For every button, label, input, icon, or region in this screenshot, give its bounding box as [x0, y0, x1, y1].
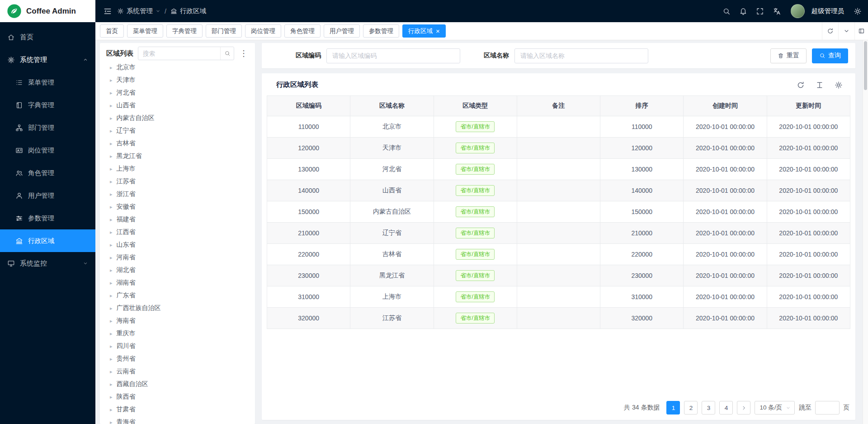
caret-right-icon[interactable]: ▸: [110, 407, 113, 413]
tree-item-浙江省[interactable]: ▸浙江省: [106, 188, 249, 200]
caret-right-icon[interactable]: ▸: [110, 166, 113, 172]
tree-more-button[interactable]: ⋮: [239, 49, 249, 57]
caret-right-icon[interactable]: ▸: [110, 128, 113, 134]
caret-right-icon[interactable]: ▸: [110, 103, 113, 109]
caret-right-icon[interactable]: ▸: [110, 179, 113, 185]
caret-right-icon[interactable]: ▸: [110, 356, 113, 362]
tree-item-陕西省[interactable]: ▸陕西省: [106, 391, 249, 403]
tab-岗位管理[interactable]: 岗位管理: [245, 24, 281, 38]
tree-item-广西壮族自治区[interactable]: ▸广西壮族自治区: [106, 302, 249, 314]
table-settings-button[interactable]: [835, 81, 843, 89]
tree-item-河南省[interactable]: ▸河南省: [106, 251, 249, 264]
tab-菜单管理[interactable]: 菜单管理: [127, 24, 163, 38]
tab-部门管理[interactable]: 部门管理: [206, 24, 242, 38]
tree-item-海南省[interactable]: ▸海南省: [106, 314, 249, 327]
region-name-input[interactable]: [514, 48, 648, 63]
tree-item-河北省[interactable]: ▸河北省: [106, 86, 249, 99]
caret-right-icon[interactable]: ▸: [110, 242, 113, 248]
caret-right-icon[interactable]: ▸: [110, 369, 113, 375]
caret-right-icon[interactable]: ▸: [110, 419, 113, 424]
avatar[interactable]: [791, 4, 805, 18]
caret-right-icon[interactable]: ▸: [110, 293, 113, 299]
sidebar-item-菜单管理[interactable]: 菜单管理: [0, 71, 95, 94]
sidebar-item-system[interactable]: 系统管理: [0, 48, 95, 71]
table-refresh-button[interactable]: [797, 81, 805, 89]
sidebar-item-参数管理[interactable]: 参数管理: [0, 207, 95, 229]
caret-right-icon[interactable]: ▸: [110, 229, 113, 235]
caret-right-icon[interactable]: ▸: [110, 65, 113, 71]
translate-button[interactable]: [770, 5, 783, 18]
tree-item-云南省[interactable]: ▸云南省: [106, 365, 249, 378]
tree-search-button[interactable]: [220, 47, 234, 60]
sidebar-item-用户管理[interactable]: 用户管理: [0, 184, 95, 207]
user-name[interactable]: 超级管理员: [811, 7, 844, 15]
fullscreen-button[interactable]: [753, 5, 767, 18]
tree-item-内蒙古自治区[interactable]: ▸内蒙古自治区: [106, 112, 249, 124]
caret-right-icon[interactable]: ▸: [110, 77, 113, 83]
page-button-2[interactable]: 2: [684, 401, 698, 414]
tree-item-江西省[interactable]: ▸江西省: [106, 226, 249, 238]
caret-right-icon[interactable]: ▸: [110, 255, 113, 261]
caret-right-icon[interactable]: ▸: [110, 90, 113, 96]
tree-item-天津市[interactable]: ▸天津市: [106, 74, 249, 86]
table-density-button[interactable]: [816, 81, 824, 89]
caret-right-icon[interactable]: ▸: [110, 191, 113, 197]
tree-item-广东省[interactable]: ▸广东省: [106, 289, 249, 302]
caret-right-icon[interactable]: ▸: [110, 115, 113, 121]
caret-right-icon[interactable]: ▸: [110, 394, 113, 400]
tab-options-button[interactable]: [838, 22, 854, 40]
close-icon[interactable]: ×: [436, 28, 440, 34]
tree-item-湖北省[interactable]: ▸湖北省: [106, 264, 249, 276]
caret-right-icon[interactable]: ▸: [110, 318, 113, 324]
caret-right-icon[interactable]: ▸: [110, 153, 113, 159]
tree-item-上海市[interactable]: ▸上海市: [106, 162, 249, 175]
caret-right-icon[interactable]: ▸: [110, 267, 113, 273]
page-button-1[interactable]: 1: [666, 401, 680, 414]
tree-item-江苏省[interactable]: ▸江苏省: [106, 175, 249, 188]
tab-角色管理[interactable]: 角色管理: [284, 24, 321, 38]
tab-参数管理[interactable]: 参数管理: [363, 24, 399, 38]
tree-item-山西省[interactable]: ▸山西省: [106, 99, 249, 112]
sidebar-item-行政区域[interactable]: 行政区域: [0, 229, 95, 252]
tree-item-辽宁省[interactable]: ▸辽宁省: [106, 124, 249, 137]
tree-item-湖南省[interactable]: ▸湖南省: [106, 276, 249, 289]
sidebar-item-岗位管理[interactable]: 岗位管理: [0, 139, 95, 162]
tree-item-福建省[interactable]: ▸福建省: [106, 213, 249, 226]
tree-item-甘肃省[interactable]: ▸甘肃省: [106, 403, 249, 416]
refresh-tab-button[interactable]: [822, 22, 838, 40]
tab-行政区域[interactable]: 行政区域×: [402, 24, 446, 38]
search-submit-button[interactable]: 查询: [812, 48, 848, 63]
breadcrumb-item-region[interactable]: 行政区域: [170, 7, 206, 15]
settings-button[interactable]: [851, 5, 864, 18]
tree-item-青海省[interactable]: ▸青海省: [106, 416, 249, 424]
caret-right-icon[interactable]: ▸: [110, 217, 113, 223]
tree-item-北京市[interactable]: ▸北京市: [106, 61, 249, 74]
tree-item-山东省[interactable]: ▸山东省: [106, 238, 249, 251]
tree-item-安徽省[interactable]: ▸安徽省: [106, 200, 249, 213]
caret-right-icon[interactable]: ▸: [110, 305, 113, 311]
tree-item-贵州省[interactable]: ▸贵州省: [106, 353, 249, 365]
search-button[interactable]: [720, 5, 733, 18]
tree-item-黑龙江省[interactable]: ▸黑龙江省: [106, 150, 249, 162]
brand[interactable]: Coffee Admin: [0, 0, 95, 22]
sidebar-item-字典管理[interactable]: 字典管理: [0, 94, 95, 116]
tree-item-重庆市[interactable]: ▸重庆市: [106, 327, 249, 340]
layout-toggle-button[interactable]: [854, 22, 868, 40]
sidebar-item-角色管理[interactable]: 角色管理: [0, 162, 95, 184]
caret-right-icon[interactable]: ▸: [110, 280, 113, 286]
tree-item-吉林省[interactable]: ▸吉林省: [106, 137, 249, 150]
sidebar-item-monitor[interactable]: 系统监控: [0, 252, 95, 275]
sidebar-collapse-button[interactable]: [101, 5, 114, 18]
caret-right-icon[interactable]: ▸: [110, 343, 113, 349]
tab-首页[interactable]: 首页: [100, 24, 124, 38]
region-code-input[interactable]: [326, 48, 460, 63]
page-button-3[interactable]: 3: [702, 401, 715, 414]
caret-right-icon[interactable]: ▸: [110, 141, 113, 147]
caret-right-icon[interactable]: ▸: [110, 381, 113, 387]
scrollbar-thumb[interactable]: [864, 41, 867, 90]
page-size-select[interactable]: 10 条/页: [755, 401, 795, 414]
next-page-button[interactable]: [737, 401, 750, 414]
tree-item-四川省[interactable]: ▸四川省: [106, 340, 249, 353]
page-button-4[interactable]: 4: [719, 401, 733, 414]
reset-button[interactable]: 重置: [770, 48, 807, 63]
